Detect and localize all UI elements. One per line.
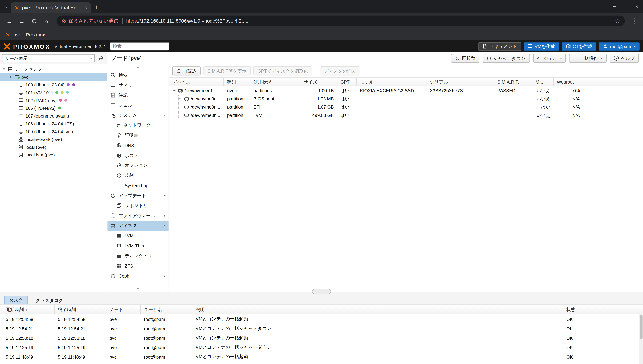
menu-item-lvm[interactable]: LVM (107, 231, 169, 241)
menu-item-directory[interactable]: ディレクトリ (107, 251, 169, 261)
tree-item-datacenter[interactable]: ▾ データセンター (0, 65, 107, 73)
column-header-size[interactable]: サイズ (300, 78, 337, 86)
tree-item-vm-109[interactable]: 109 (Ubuntu-24.04-smb) (0, 128, 107, 135)
column-header-usage[interactable]: 使用状況 (250, 78, 300, 86)
create-ct-button[interactable]: CTを作成 (562, 42, 596, 51)
task-scrollbar[interactable] (639, 314, 643, 364)
home-icon[interactable]: ⌂ (41, 16, 52, 26)
menu-item-firewall[interactable]: ファイアウォール ▸ (107, 211, 169, 221)
window-maximize-icon[interactable]: □ (624, 4, 627, 10)
menu-item-syslog[interactable]: System Log (107, 180, 169, 190)
shutdown-button[interactable]: シャットダウン (483, 54, 530, 63)
expander-icon[interactable]: ▾ (2, 67, 6, 71)
task-row[interactable]: 5 19 12:54:58 5 19 12:54:58 pve root@pam… (0, 314, 643, 324)
reboot-button[interactable]: 再起動 (451, 54, 479, 63)
disk-row[interactable]: /dev/nvme0n... partition EFI 1.07 GB はい … (169, 103, 643, 111)
create-vm-button[interactable]: VMを作成 (524, 42, 559, 51)
menu-item-certificates[interactable]: 証明書 (107, 130, 169, 140)
back-icon[interactable]: ← (4, 16, 15, 26)
column-header-model[interactable]: モデル (357, 78, 426, 86)
tree-item-vm-108[interactable]: 108 (Ubuntu-24.04-LTS) (0, 120, 107, 128)
menu-item-dns[interactable]: DNS (107, 140, 169, 150)
window-minimize-icon[interactable]: − (613, 4, 616, 10)
user-menu-button[interactable]: root@pam ▾ (599, 42, 640, 51)
task-row[interactable]: 5 19 12:54:21 5 19 12:54:21 pve root@pam… (0, 324, 643, 333)
menu-item-options[interactable]: オプション (107, 160, 169, 170)
reload-icon[interactable] (29, 16, 39, 26)
bookmark-item[interactable]: pve - Proxmox… (14, 32, 50, 38)
column-header-wearout[interactable]: Wearout (554, 78, 583, 86)
column-header-status[interactable]: 状態 (563, 305, 643, 314)
disk-row[interactable]: /dev/nvme0n... partition LVM 499.03 GB は… (169, 111, 643, 119)
show-smart-button[interactable]: S.M.A.R.T値を表示 (203, 66, 250, 75)
browser-tab[interactable]: ✕ pve - Proxmox Virtual En × (11, 2, 91, 13)
scrollbar-thumb[interactable] (640, 315, 643, 339)
bookmark-star-icon[interactable]: ☆ (615, 18, 620, 24)
tab-list-icon[interactable]: ∨ (3, 4, 11, 9)
column-header-node[interactable]: ノード (106, 305, 141, 314)
tree-item-vm-101[interactable]: 101 (VM 101) (0, 88, 107, 96)
tree-item-storage-localnetwork[interactable]: localnetwork (pve) (0, 135, 107, 143)
expander-icon[interactable]: ▾ (9, 75, 12, 79)
menu-scroll-down-icon[interactable]: ▾ (107, 286, 169, 291)
column-header-user[interactable]: ユーザ名 (141, 305, 192, 314)
tab-tasks[interactable]: タスク (4, 296, 28, 304)
menu-item-summary[interactable]: サマリー (107, 80, 169, 90)
init-gpt-button[interactable]: GPTでディスクを初期化 (253, 66, 312, 75)
view-mode-select[interactable]: サーバ表示 ▾ (2, 54, 95, 62)
column-header-start-time[interactable]: 開始時刻 ↓ (0, 305, 55, 314)
menu-item-hosts[interactable]: ホスト (107, 150, 169, 160)
help-button[interactable]: ? ヘルプ (610, 54, 639, 63)
column-header-type[interactable]: 種別 (224, 78, 250, 86)
tree-item-vm-105[interactable]: 105 (TrueNAS) (0, 104, 107, 112)
menu-item-network[interactable]: ⇄ ネットワーク (107, 120, 169, 130)
menu-item-repositories[interactable]: リポジトリ (107, 200, 169, 211)
tree-item-vm-107[interactable]: 107 (openmediavault) (0, 112, 107, 120)
global-search-input[interactable] (110, 42, 169, 50)
task-row[interactable]: 5 19 12:25:19 5 19 12:25:19 pve root@pam… (0, 343, 643, 352)
wipe-disk-button[interactable]: ディスクの消去 (320, 66, 360, 75)
menu-item-search[interactable]: 検索 (107, 70, 169, 80)
task-row[interactable]: 5 19 11:48:21 5 19 11:48:21 pve root@pam… (0, 362, 643, 364)
menu-item-time[interactable]: 時刻 (107, 170, 169, 180)
column-header-device[interactable]: デバイス (169, 78, 224, 86)
column-header-end-time[interactable]: 終了時刻 (55, 305, 106, 314)
disk-row[interactable]: − /dev/nvme0n1 nvme partitions 1.00 TB は… (169, 86, 643, 95)
disk-row[interactable]: /dev/nvme0n... partition BIOS boot 1.03 … (169, 95, 643, 103)
column-header-gpt[interactable]: GPT (337, 78, 357, 86)
tree-item-storage-local-lvm[interactable]: local-lvm (pve) (0, 151, 107, 158)
column-header-serial[interactable]: シリアル (426, 78, 494, 86)
reload-button[interactable]: 再読込 (172, 66, 201, 75)
window-close-icon[interactable]: × (635, 4, 638, 10)
menu-item-updates[interactable]: アップデート ▾ (107, 190, 169, 200)
menu-item-shell[interactable]: シェル (107, 100, 169, 110)
collapse-icon[interactable]: − (172, 88, 176, 93)
menu-item-zfs[interactable]: ZFS (107, 261, 169, 271)
shell-button[interactable]: >_ シェル ▾ (533, 54, 566, 63)
bulk-actions-button[interactable]: 一括操作 ▾ (569, 54, 607, 63)
column-header-smart[interactable]: S.M.A.R.T. (494, 78, 532, 86)
tree-settings-gear-icon[interactable] (97, 54, 105, 62)
menu-item-notes[interactable]: 注記 (107, 90, 169, 100)
tab-close-icon[interactable]: × (84, 4, 88, 10)
forward-icon[interactable]: → (16, 16, 27, 26)
tree-item-vm-102[interactable]: 102 (RAID-dev) (0, 96, 107, 104)
task-row[interactable]: 5 19 11:48:49 5 19 11:48:49 pve root@pam… (0, 352, 643, 362)
menu-scroll-up-icon[interactable]: ▴ (107, 65, 169, 70)
menu-item-system[interactable]: システム ▾ (107, 110, 169, 120)
new-tab-button[interactable]: + (91, 3, 102, 10)
documentation-button[interactable]: ドキュメント (478, 42, 521, 51)
menu-item-lvm-thin[interactable]: LVM-Thin (107, 241, 169, 251)
tree-item-storage-local[interactable]: local (pve) (0, 143, 107, 151)
tab-cluster-log[interactable]: クラスタログ (31, 296, 68, 304)
splitter-handle[interactable] (312, 289, 331, 294)
column-header-description[interactable]: 説明 (192, 305, 563, 314)
task-row[interactable]: 5 19 12:50:18 5 19 12:50:18 pve root@pam… (0, 333, 643, 342)
menu-item-ceph[interactable]: Ceph ▸ (107, 271, 169, 281)
column-header-mounted[interactable]: M... (532, 78, 554, 86)
browser-menu-icon[interactable]: ⋮ (630, 17, 639, 24)
address-bar[interactable]: ⊘ 保護されていない通信 https ://192.168.10.111:800… (57, 16, 625, 26)
tree-item-vm-100[interactable]: 100 (Ubuntu-23.04) (0, 81, 107, 88)
tree-item-node-pve[interactable]: ▾ pve (0, 73, 107, 81)
menu-item-disks[interactable]: ディスク ▾ (107, 221, 169, 231)
